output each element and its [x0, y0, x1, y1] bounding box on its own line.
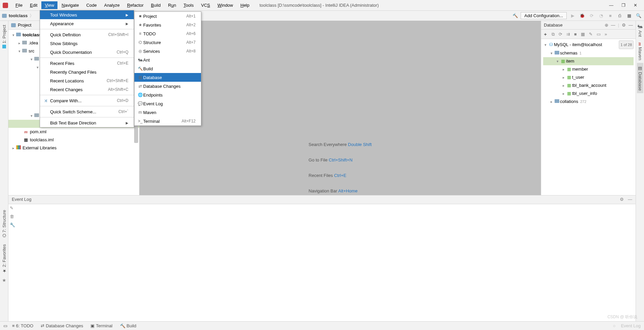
- status-terminal[interactable]: ▣Terminal: [90, 323, 112, 328]
- menu-item[interactable]: ⤨Compare With...Ctrl+D: [40, 96, 134, 105]
- tree-ext-libs[interactable]: ▸External Libraries: [8, 144, 139, 152]
- add-configuration-button[interactable]: Add Configuration...: [521, 12, 567, 19]
- menu-refactor[interactable]: Refactor: [124, 1, 147, 9]
- status-event-log[interactable]: Event Log: [621, 323, 641, 328]
- menu-navigate[interactable]: Navigate: [58, 1, 82, 9]
- db-new-icon[interactable]: ⊕: [605, 23, 608, 28]
- gear-icon[interactable]: ⚙: [620, 197, 624, 203]
- submenu-item[interactable]: ⇄Database Changes: [134, 82, 201, 90]
- close-icon[interactable]: ✕: [634, 3, 637, 8]
- gutter-structure[interactable]: ⌬7: Structure: [1, 207, 7, 240]
- gutter-favorites[interactable]: ★2: Favorites: [1, 242, 7, 276]
- menu-run[interactable]: Run: [165, 1, 179, 9]
- console-icon[interactable]: ▭: [597, 32, 601, 37]
- menu-edit[interactable]: Edit: [27, 1, 41, 9]
- menu-bar: File Edit View Navigate Code Analyze Ref…: [12, 1, 253, 9]
- db-table[interactable]: ▸▦tbl_user_info: [543, 89, 634, 98]
- debug-icon[interactable]: 🐞: [579, 13, 586, 18]
- submenu-item[interactable]: ■ProjectAlt+1: [134, 12, 201, 21]
- menu-analyze[interactable]: Analyze: [101, 1, 123, 9]
- submenu-item[interactable]: ▤Database: [134, 73, 201, 82]
- gutter-project[interactable]: 1: Project: [1, 22, 7, 51]
- submenu-item[interactable]: 🔨Build: [134, 64, 201, 73]
- menu-window[interactable]: Window: [214, 1, 236, 9]
- db-table[interactable]: ▸▦member: [543, 65, 634, 73]
- menu-item[interactable]: Recently Changed Files: [40, 68, 134, 76]
- db-source[interactable]: ▾⛁MySQL - item@localhost1 of 28: [543, 40, 634, 49]
- db-schema-item[interactable]: ▾▦item: [543, 57, 634, 65]
- structure-icon[interactable]: ▦: [626, 13, 633, 18]
- jump-icon[interactable]: ⇉: [566, 32, 570, 37]
- submenu-item[interactable]: 🌐Endpoints: [134, 90, 201, 99]
- db-schemas[interactable]: ▾schemas1: [543, 49, 634, 57]
- submenu-item[interactable]: ◎ServicesAlt+8: [134, 47, 201, 56]
- menu-tools[interactable]: Tools: [180, 1, 197, 9]
- db-table[interactable]: ▸▦tbl_bank_account: [543, 81, 634, 89]
- menu-item[interactable]: Quick DefinitionCtrl+Shift+I: [40, 30, 134, 39]
- db-collations[interactable]: ▸collations272: [543, 98, 634, 106]
- menu-item[interactable]: Recent FilesCtrl+E: [40, 59, 134, 68]
- database-header[interactable]: Database ⊕ — | ⚙ —: [541, 21, 636, 30]
- gutter-ant[interactable]: 🐜Ant: [637, 21, 643, 40]
- vcs-icon[interactable]: ⎙: [616, 13, 623, 18]
- menu-file[interactable]: File: [12, 1, 26, 9]
- more-icon[interactable]: »: [605, 32, 607, 37]
- menu-help[interactable]: Help: [237, 1, 253, 9]
- menu-item[interactable]: Quick Switch Scheme...Ctrl+`: [40, 107, 134, 116]
- search-icon[interactable]: 🔍: [635, 13, 642, 18]
- menu-view[interactable]: View: [41, 1, 57, 9]
- menu-build[interactable]: Build: [148, 1, 164, 9]
- gear-icon[interactable]: ⚙: [622, 23, 626, 28]
- db-table[interactable]: ▸▦t_user: [543, 73, 634, 81]
- settings-icon[interactable]: 🔧: [10, 222, 15, 227]
- gutter-maven[interactable]: mMaven: [637, 40, 643, 63]
- submenu-item[interactable]: ★FavoritesAlt+2: [134, 21, 201, 29]
- minimize-icon[interactable]: —: [629, 23, 633, 28]
- submenu-item[interactable]: 🐜Ant: [134, 56, 201, 64]
- menu-item[interactable]: Bidi Text Base Direction▶: [40, 118, 134, 127]
- event-log-title: Event Log: [12, 197, 32, 203]
- submenu-item[interactable]: ⌬StructureAlt+7: [134, 38, 201, 47]
- submenu-item[interactable]: >_TerminalAlt+F12: [134, 117, 201, 125]
- stop-icon[interactable]: ■: [607, 13, 614, 18]
- delete-icon[interactable]: 🗑: [10, 214, 15, 219]
- edit-icon[interactable]: ✎: [589, 32, 593, 37]
- table-icon[interactable]: ▦: [581, 32, 585, 37]
- breadcrumb[interactable]: toolclass 〉: [2, 13, 34, 19]
- submenu-item[interactable]: ≡TODOAlt+6: [134, 29, 201, 38]
- menu-code[interactable]: Code: [83, 1, 100, 9]
- stop-icon[interactable]: ■: [574, 32, 577, 37]
- refresh-icon[interactable]: ⟳: [559, 32, 562, 37]
- maximize-icon[interactable]: ❐: [621, 3, 626, 8]
- menu-item[interactable]: Recent LocationsCtrl+Shift+E: [40, 76, 134, 85]
- status-todo[interactable]: ≡6: TODO: [12, 323, 33, 328]
- run-icon[interactable]: ▶: [569, 13, 576, 18]
- coverage-icon[interactable]: ⟳: [588, 13, 595, 18]
- tree-iml[interactable]: ▦toolclass.iml: [8, 136, 139, 144]
- menu-item[interactable]: Recent ChangesAlt+Shift+C: [40, 85, 134, 94]
- minimize-icon[interactable]: —: [628, 197, 632, 203]
- minimize-icon[interactable]: —: [609, 3, 613, 8]
- edit-icon[interactable]: ✎: [10, 206, 15, 211]
- star-icon[interactable]: ★: [2, 278, 6, 283]
- left-gutter-lower: ⌬7: Structure ★2: Favorites ★: [1, 207, 7, 330]
- add-icon[interactable]: ＋: [543, 31, 548, 37]
- copy-icon[interactable]: ⧉: [552, 32, 555, 37]
- gutter-database[interactable]: ▤Database: [637, 63, 643, 94]
- build-icon[interactable]: 🔨: [513, 13, 518, 18]
- menu-item[interactable]: Quick DocumentationCtrl+Q: [40, 48, 134, 57]
- tree-scrollbar[interactable]: [134, 124, 138, 143]
- event-log-header[interactable]: Event Log ⚙—: [8, 195, 636, 204]
- submenu-item[interactable]: 💬Event Log: [134, 99, 201, 108]
- menu-item[interactable]: Appearance▶: [40, 19, 134, 28]
- menu-item[interactable]: Show Siblings: [40, 39, 134, 48]
- status-handle-icon[interactable]: ▭: [3, 323, 7, 328]
- profile-icon[interactable]: ◔: [598, 13, 604, 18]
- menu-item[interactable]: Tool Windows▶: [40, 10, 134, 19]
- tree-pom[interactable]: mpom.xml: [8, 128, 139, 136]
- status-build[interactable]: 🔨Build: [120, 323, 136, 328]
- status-dbc[interactable]: ⇄Database Changes: [41, 323, 83, 328]
- menu-vcs[interactable]: VCS: [198, 1, 213, 9]
- db-hide-icon[interactable]: —: [611, 23, 615, 28]
- submenu-item[interactable]: mMaven: [134, 108, 201, 117]
